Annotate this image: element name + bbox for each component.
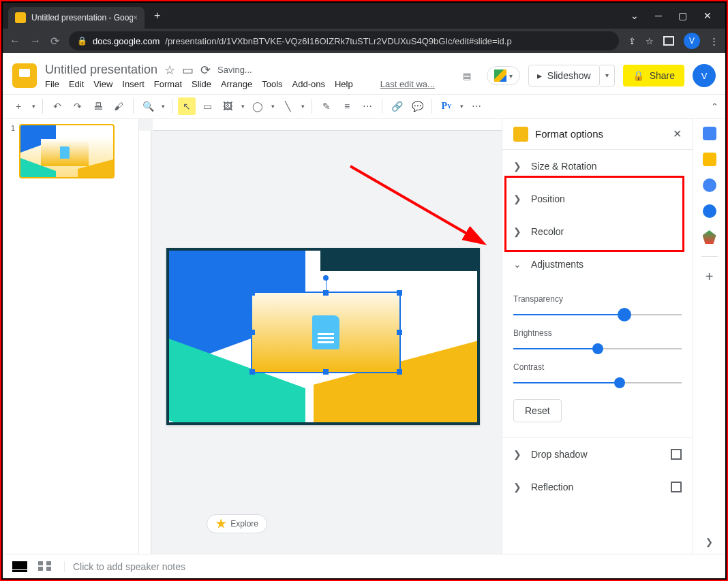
maps-icon[interactable] (703, 230, 716, 244)
menu-file[interactable]: File (45, 79, 59, 89)
slide-thumbnail[interactable] (19, 124, 115, 178)
border-color-button[interactable]: ✎ (318, 97, 335, 115)
contrast-slider[interactable] (513, 377, 682, 388)
link-button[interactable]: 🔗 (388, 97, 406, 115)
textbox-tool[interactable]: ▭ (198, 97, 216, 115)
tasks-icon[interactable] (703, 178, 716, 192)
format-options-caret[interactable]: ▾ (458, 97, 465, 115)
bookmark-icon[interactable]: ☆ (646, 36, 654, 46)
new-slide-button[interactable]: + (10, 97, 27, 115)
border-dash-button[interactable]: ⋯ (359, 97, 376, 115)
section-position[interactable]: ❯ Position (502, 183, 693, 215)
slideshow-button[interactable]: ▸ Slideshow (528, 65, 600, 87)
comments-button[interactable]: ▤ (455, 64, 479, 87)
minimize-icon[interactable]: ─ (655, 10, 662, 21)
filmstrip-view-button[interactable] (12, 561, 27, 572)
reflection-checkbox[interactable] (671, 482, 682, 492)
profile-avatar[interactable]: V (684, 33, 700, 49)
last-edit-link[interactable]: Last edit wa... (380, 79, 435, 89)
slide[interactable] (166, 248, 480, 425)
resize-handle-l[interactable] (249, 330, 255, 335)
image-caret[interactable]: ▾ (239, 97, 246, 115)
keep-icon[interactable] (703, 153, 716, 166)
menu-arrange[interactable]: Arrange (221, 79, 252, 89)
close-sidebar-icon[interactable]: ✕ (673, 127, 682, 140)
zoom-caret[interactable]: ▾ (160, 97, 166, 115)
resize-handle-br[interactable] (397, 369, 402, 375)
reset-button[interactable]: Reset (513, 399, 562, 422)
format-options-button[interactable]: PY (438, 97, 455, 115)
shape-caret[interactable]: ▾ (269, 97, 276, 115)
more-button[interactable]: ⋯ (468, 97, 485, 115)
section-drop-shadow[interactable]: ❯ Drop shadow (502, 437, 693, 471)
resize-handle-tl[interactable] (249, 290, 255, 296)
ruler-vertical[interactable] (139, 131, 151, 554)
share-button[interactable]: 🔒 Share (623, 65, 684, 87)
menu-format[interactable]: Format (154, 79, 182, 89)
meet-button[interactable]: ▾ (487, 66, 520, 85)
resize-handle-r[interactable] (397, 330, 402, 335)
redo-button[interactable]: ↷ (69, 97, 87, 115)
new-tab-button[interactable]: + (154, 10, 160, 22)
doc-title[interactable]: Untitled presentation (45, 63, 157, 77)
collapse-toolbar-icon[interactable]: ⌃ (711, 101, 718, 112)
drop-shadow-checkbox[interactable] (671, 449, 682, 460)
speaker-notes-input[interactable]: Click to add speaker notes (64, 561, 716, 572)
account-avatar[interactable]: V (693, 64, 716, 87)
omnibox[interactable]: 🔒 docs.google.com/presentation/d/1VXbnBT… (69, 31, 619, 50)
menu-tools[interactable]: Tools (262, 79, 282, 89)
section-recolor[interactable]: ❯ Recolor (502, 215, 693, 248)
ruler-horizontal[interactable] (153, 119, 502, 131)
reload-button[interactable]: ⟳ (50, 35, 59, 48)
new-slide-caret[interactable]: ▾ (30, 97, 37, 115)
hide-side-rail-icon[interactable]: ❯ (706, 537, 713, 547)
menu-insert[interactable]: Insert (122, 79, 145, 89)
share-url-icon[interactable]: ⇪ (628, 36, 636, 46)
forward-button[interactable]: → (30, 35, 41, 47)
select-tool[interactable]: ↖ (178, 97, 196, 115)
move-icon[interactable]: ▭ (182, 63, 194, 78)
selected-image[interactable] (251, 292, 401, 373)
explore-button[interactable]: Explore (207, 514, 267, 533)
star-icon[interactable]: ☆ (164, 63, 175, 78)
menu-view[interactable]: View (93, 79, 112, 89)
menu-edit[interactable]: Edit (69, 79, 84, 89)
slides-logo-icon[interactable] (12, 63, 37, 88)
line-caret[interactable]: ▾ (299, 97, 306, 115)
resize-handle-t[interactable] (323, 290, 329, 296)
resize-handle-b[interactable] (323, 369, 329, 375)
grid-view-button[interactable] (38, 561, 53, 572)
resize-handle-tr[interactable] (397, 290, 402, 296)
back-button[interactable]: ← (10, 35, 20, 47)
close-tab-icon[interactable]: × (133, 13, 138, 22)
resize-handle-bl[interactable] (249, 369, 255, 375)
undo-button[interactable]: ↶ (48, 97, 66, 115)
calendar-icon[interactable] (703, 127, 716, 140)
transparency-slider[interactable] (513, 309, 682, 320)
brightness-slider[interactable] (513, 343, 682, 354)
section-adjustments[interactable]: ⌄ Adjustments (502, 248, 693, 281)
image-tool[interactable]: 🖼 (219, 97, 237, 115)
rotation-handle[interactable] (323, 275, 329, 281)
shape-tool[interactable]: ◯ (249, 97, 267, 115)
print-button[interactable]: 🖶 (89, 97, 107, 115)
browser-tab[interactable]: Untitled presentation - Google Sl × (8, 7, 145, 29)
section-size-rotation[interactable]: ❯ Size & Rotation (502, 150, 693, 183)
slideshow-caret[interactable]: ▾ (600, 65, 615, 87)
panel-icon[interactable] (663, 36, 674, 46)
close-window-icon[interactable]: ✕ (703, 10, 712, 21)
menu-addons[interactable]: Add-ons (292, 79, 325, 89)
kebab-menu-icon[interactable]: ⋮ (710, 36, 718, 46)
border-weight-button[interactable]: ≡ (338, 97, 356, 115)
menu-slide[interactable]: Slide (192, 79, 211, 89)
chevron-down-icon[interactable]: ⌄ (631, 10, 639, 21)
maximize-icon[interactable]: ▢ (678, 10, 687, 21)
contacts-icon[interactable] (703, 204, 716, 218)
comment-button[interactable]: 💬 (408, 97, 426, 115)
section-reflection[interactable]: ❯ Reflection (502, 471, 693, 503)
zoom-button[interactable]: 🔍 (139, 97, 157, 115)
add-addon-button[interactable]: + (706, 269, 714, 285)
menu-help[interactable]: Help (335, 79, 353, 89)
paint-format-button[interactable]: 🖌 (110, 97, 127, 115)
line-tool[interactable]: ╲ (279, 97, 297, 115)
